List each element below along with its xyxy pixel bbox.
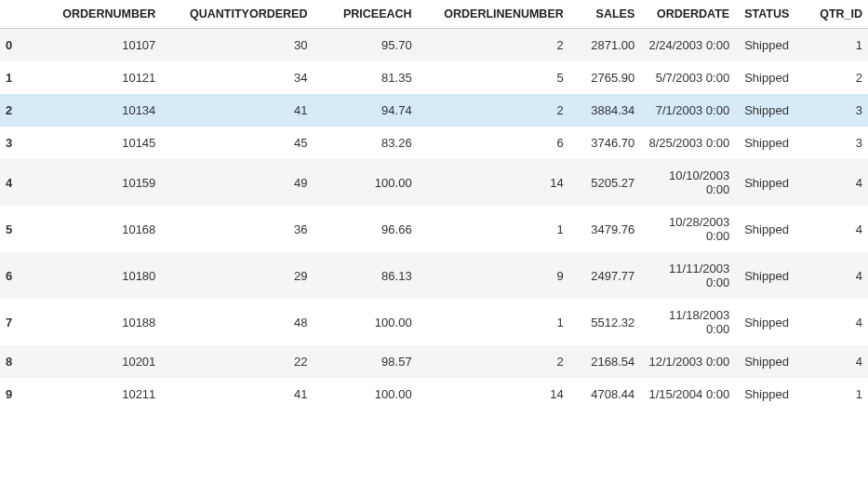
cell-sales: 2168.54: [569, 345, 640, 378]
cell-quantityordered: 45: [161, 127, 313, 159]
cell-ordernumber: 10145: [29, 127, 162, 159]
cell-priceeach: 100.00: [313, 159, 417, 206]
cell-status: Shipped: [735, 299, 806, 345]
cell-qtrid: 1: [807, 29, 868, 62]
cell-orderdate: 1/15/2004 0:00: [640, 378, 735, 410]
cell-orderlinenumber: 2: [418, 345, 569, 378]
cell-quantityordered: 48: [161, 299, 313, 345]
cell-index: 9: [0, 378, 29, 410]
cell-sales: 5512.32: [569, 299, 640, 345]
table-row: 41015949100.00145205.2710/10/2003 0:00Sh…: [0, 159, 868, 206]
cell-qtrid: 4: [807, 206, 868, 252]
cell-index: 6: [0, 252, 29, 299]
cell-quantityordered: 29: [161, 252, 313, 299]
cell-ordernumber: 10201: [29, 345, 162, 378]
cell-quantityordered: 34: [161, 61, 313, 94]
data-table: ORDERNUMBER QUANTITYORDERED PRICEEACH OR…: [0, 0, 868, 410]
cell-priceeach: 100.00: [313, 378, 417, 410]
cell-sales: 3884.34: [569, 94, 640, 127]
cell-sales: 2871.00: [569, 29, 640, 62]
cell-status: Shipped: [735, 29, 806, 62]
cell-orderdate: 12/1/2003 0:00: [640, 345, 735, 378]
cell-priceeach: 95.70: [313, 29, 417, 62]
cell-index: 4: [0, 159, 29, 206]
cell-priceeach: 86.13: [313, 252, 417, 299]
cell-orderlinenumber: 2: [418, 29, 569, 62]
cell-orderdate: 2/24/2003 0:00: [640, 29, 735, 62]
table-row: 0101073095.7022871.002/24/2003 0:00Shipp…: [0, 29, 868, 62]
cell-ordernumber: 10159: [29, 159, 162, 206]
col-header-orderlinenumber: ORDERLINENUMBER: [418, 0, 569, 29]
cell-ordernumber: 10168: [29, 206, 162, 252]
cell-qtrid: 4: [807, 159, 868, 206]
cell-status: Shipped: [735, 345, 806, 378]
col-header-sales: SALES: [569, 0, 640, 29]
cell-status: Shipped: [735, 378, 806, 410]
cell-orderdate: 7/1/2003 0:00: [640, 94, 735, 127]
col-header-ordernumber: ORDERNUMBER: [29, 0, 162, 29]
cell-status: Shipped: [735, 159, 806, 206]
cell-status: Shipped: [735, 94, 806, 127]
col-header-priceeach: PRICEEACH: [313, 0, 417, 29]
cell-sales: 2497.77: [569, 252, 640, 299]
cell-priceeach: 100.00: [313, 299, 417, 345]
cell-status: Shipped: [735, 61, 806, 94]
cell-ordernumber: 10134: [29, 94, 162, 127]
cell-quantityordered: 36: [161, 206, 313, 252]
cell-priceeach: 98.57: [313, 345, 417, 378]
cell-ordernumber: 10188: [29, 299, 162, 345]
cell-quantityordered: 41: [161, 94, 313, 127]
cell-orderlinenumber: 9: [418, 252, 569, 299]
cell-ordernumber: 10107: [29, 29, 162, 62]
cell-quantityordered: 30: [161, 29, 313, 62]
cell-index: 0: [0, 29, 29, 62]
cell-orderlinenumber: 5: [418, 61, 569, 94]
cell-priceeach: 96.66: [313, 206, 417, 252]
cell-orderdate: 10/10/2003 0:00: [640, 159, 735, 206]
cell-status: Shipped: [735, 127, 806, 159]
cell-orderlinenumber: 6: [418, 127, 569, 159]
cell-quantityordered: 41: [161, 378, 313, 410]
table-header: ORDERNUMBER QUANTITYORDERED PRICEEACH OR…: [0, 0, 868, 29]
cell-priceeach: 94.74: [313, 94, 417, 127]
cell-sales: 4708.44: [569, 378, 640, 410]
cell-orderlinenumber: 14: [418, 159, 569, 206]
col-header-status: STATUS: [735, 0, 806, 29]
table-row: 8102012298.5722168.5412/1/2003 0:00Shipp…: [0, 345, 868, 378]
cell-status: Shipped: [735, 206, 806, 252]
cell-qtrid: 4: [807, 299, 868, 345]
cell-qtrid: 2: [807, 61, 868, 94]
cell-orderdate: 11/11/2003 0:00: [640, 252, 735, 299]
cell-priceeach: 81.35: [313, 61, 417, 94]
cell-status: Shipped: [735, 252, 806, 299]
table-row: 71018848100.0015512.3211/18/2003 0:00Shi…: [0, 299, 868, 345]
cell-ordernumber: 10121: [29, 61, 162, 94]
cell-orderdate: 5/7/2003 0:00: [640, 61, 735, 94]
cell-qtrid: 4: [807, 345, 868, 378]
table-row: 91021141100.00144708.441/15/2004 0:00Shi…: [0, 378, 868, 410]
cell-index: 1: [0, 61, 29, 94]
col-header-qtrid: QTR_ID: [807, 0, 868, 29]
table-body: 0101073095.7022871.002/24/2003 0:00Shipp…: [0, 29, 868, 411]
cell-orderlinenumber: 1: [418, 206, 569, 252]
cell-qtrid: 4: [807, 252, 868, 299]
table-row: 3101454583.2663746.708/25/2003 0:00Shipp…: [0, 127, 868, 159]
cell-sales: 2765.90: [569, 61, 640, 94]
cell-sales: 3479.76: [569, 206, 640, 252]
cell-sales: 5205.27: [569, 159, 640, 206]
cell-qtrid: 3: [807, 94, 868, 127]
cell-index: 8: [0, 345, 29, 378]
cell-ordernumber: 10211: [29, 378, 162, 410]
cell-priceeach: 83.26: [313, 127, 417, 159]
cell-sales: 3746.70: [569, 127, 640, 159]
cell-qtrid: 1: [807, 378, 868, 410]
col-header-index: [0, 0, 29, 29]
table-row: 5101683696.6613479.7610/28/2003 0:00Ship…: [0, 206, 868, 252]
cell-qtrid: 3: [807, 127, 868, 159]
cell-orderlinenumber: 1: [418, 299, 569, 345]
cell-ordernumber: 10180: [29, 252, 162, 299]
col-header-orderdate: ORDERDATE: [640, 0, 735, 29]
cell-orderdate: 10/28/2003 0:00: [640, 206, 735, 252]
col-header-quantityordered: QUANTITYORDERED: [161, 0, 313, 29]
cell-orderdate: 8/25/2003 0:00: [640, 127, 735, 159]
